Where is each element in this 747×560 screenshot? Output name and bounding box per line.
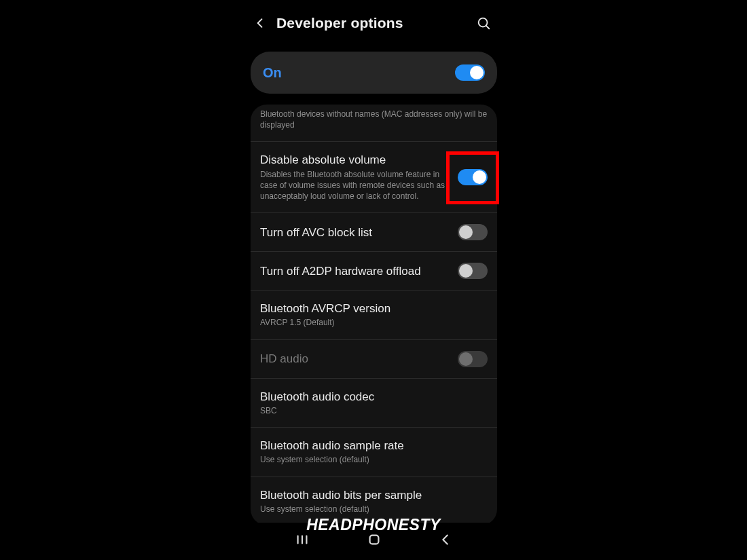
row-hd-audio-title: HD audio — [260, 352, 450, 366]
toggle-disable-absolute-volume[interactable] — [458, 169, 488, 185]
nav-home-icon[interactable] — [362, 527, 386, 552]
row-avc-blocklist[interactable]: Turn off AVC block list — [251, 213, 497, 252]
row-disable-absolute-volume-title: Disable absolute volume — [260, 153, 450, 167]
row-avrcp-version[interactable]: Bluetooth AVRCP version AVRCP 1.5 (Defau… — [251, 291, 497, 339]
row-hd-audio: HD audio — [251, 340, 497, 379]
svg-line-1 — [486, 26, 489, 29]
toggle-avc-blocklist[interactable] — [458, 224, 488, 240]
toggle-a2dp-offload[interactable] — [458, 263, 488, 279]
back-icon[interactable] — [248, 11, 272, 35]
row-bt-audio-codec-sub: SBC — [260, 405, 488, 416]
search-icon[interactable] — [471, 11, 496, 35]
row-disable-absolute-volume-sub: Disables the Bluetooth absolute volume f… — [260, 169, 450, 202]
row-avrcp-version-title: Bluetooth AVRCP version — [260, 301, 488, 316]
master-switch-label: On — [263, 65, 455, 81]
settings-panel: Bluetooth devices without names (MAC add… — [251, 105, 497, 525]
master-switch-card[interactable]: On — [251, 52, 497, 94]
row-avrcp-version-sub: AVRCP 1.5 (Default) — [260, 317, 488, 328]
master-switch-toggle[interactable] — [455, 64, 485, 81]
phone-screen: Developer options On Bluetooth devices w… — [242, 0, 505, 557]
row-bt-audio-codec-title: Bluetooth audio codec — [260, 390, 488, 404]
row-bt-sample-rate-title: Bluetooth audio sample rate — [260, 438, 488, 453]
row-disable-absolute-volume[interactable]: Disable absolute volume Disables the Blu… — [251, 142, 497, 213]
row-bt-bits-per-sample-title: Bluetooth audio bits per sample — [260, 488, 488, 502]
stage: Developer options On Bluetooth devices w… — [0, 0, 747, 560]
row-bt-bits-per-sample-sub: Use system selection (default) — [260, 504, 488, 515]
android-navbar — [242, 523, 505, 557]
row-bt-show-noname-sub: Bluetooth devices without names (MAC add… — [260, 109, 488, 130]
row-bt-bits-per-sample[interactable]: Bluetooth audio bits per sample Use syst… — [251, 477, 497, 525]
toggle-hd-audio — [458, 351, 488, 367]
row-bt-sample-rate[interactable]: Bluetooth audio sample rate Use system s… — [251, 428, 497, 477]
row-avc-blocklist-title: Turn off AVC block list — [260, 225, 450, 240]
row-bt-show-noname[interactable]: Bluetooth devices without names (MAC add… — [251, 105, 497, 142]
nav-recents-icon[interactable] — [290, 527, 314, 552]
nav-back-icon[interactable] — [433, 527, 458, 552]
page-title: Developer options — [272, 15, 471, 31]
row-a2dp-offload-title: Turn off A2DP hardware offload — [260, 264, 450, 278]
app-header: Developer options — [242, 0, 505, 46]
row-a2dp-offload[interactable]: Turn off A2DP hardware offload — [251, 252, 497, 291]
svg-rect-5 — [369, 536, 378, 544]
row-bt-audio-codec[interactable]: Bluetooth audio codec SBC — [251, 379, 497, 428]
row-bt-sample-rate-sub: Use system selection (default) — [260, 454, 488, 465]
